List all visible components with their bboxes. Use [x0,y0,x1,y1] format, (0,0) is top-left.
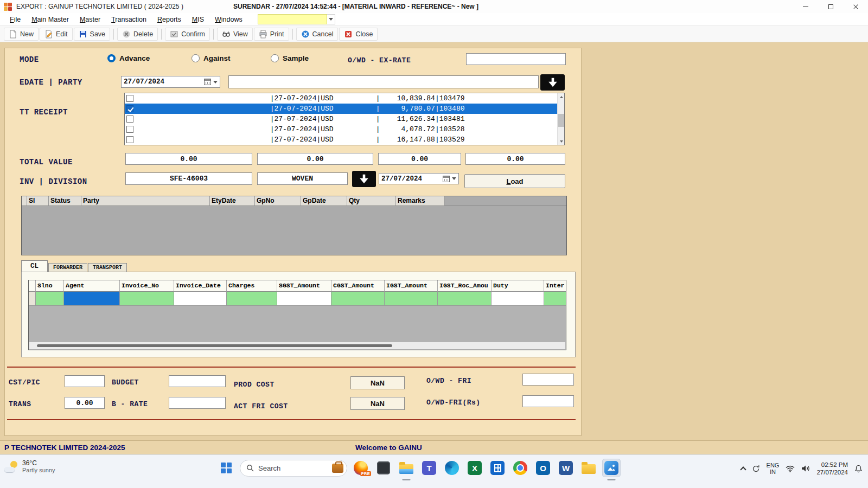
weather-widget[interactable]: 36°C Partly sunny [4,459,55,474]
teams-icon[interactable]: T [420,459,438,477]
tab-cl[interactable]: CL [21,260,48,272]
tt-receipt-row[interactable]: |27-07-2024|USD | 9,780.07|103480 [125,104,557,114]
combo-dropdown-button[interactable] [327,14,335,24]
radio-icon[interactable] [271,54,279,62]
combo-field[interactable] [258,14,327,24]
grid2-cell-invoice_no[interactable] [120,292,174,306]
owd-fri-rs-input[interactable] [522,395,574,407]
edate-input[interactable]: 27/07/2024 [121,76,220,88]
delete-button[interactable]: Delete [117,28,158,41]
firefox-pre-icon[interactable]: PRE [352,459,370,477]
edit-button[interactable]: Edit [40,28,73,41]
scroll-up-icon[interactable] [558,93,565,100]
calendar-icon[interactable] [443,176,450,182]
grid2-cell-igst_roc_amou[interactable] [438,292,492,306]
tt-row-checkbox[interactable] [126,115,133,123]
grid2-cell-slno[interactable] [36,292,64,306]
b-rate-input[interactable] [169,397,226,409]
outlook-icon[interactable]: O [534,459,552,477]
division-fetch-button[interactable] [352,171,376,187]
grid2-cell-inter[interactable] [544,292,566,306]
budget-input[interactable] [169,375,226,387]
charges-grid-hscrollbar[interactable] [29,342,565,349]
scroll-down-icon[interactable] [558,138,565,145]
grid2-cell-cgst_amount[interactable] [331,292,385,306]
total-value-3[interactable]: 0.00 [378,153,461,165]
calendar-icon[interactable] [204,79,211,85]
division-input[interactable]: WOVEN [257,172,348,185]
calculator-icon[interactable] [488,459,507,477]
grid2-cell-sgst_amount[interactable] [277,292,331,306]
mode-radio-sample[interactable]: Sample [271,54,309,62]
trans-input[interactable]: 0.00 [65,397,105,409]
grid2-cell-charges[interactable] [227,292,277,306]
tt-listbox-scrollbar[interactable] [557,93,564,145]
tt-receipt-row[interactable]: |27-07-2024|USD | 11,626.34|103481 [125,114,557,124]
excel-icon[interactable]: X [465,459,484,477]
clock-widget[interactable]: 02:52 PM 27/07/2024 [816,461,848,476]
edge-icon[interactable] [443,459,461,477]
radio-icon[interactable] [192,54,200,62]
dark-app-icon[interactable] [374,459,393,477]
word-icon[interactable]: W [557,459,575,477]
total-value-2[interactable]: 0.00 [257,153,373,165]
tt-row-checkbox[interactable] [126,95,133,102]
tt-receipt-row[interactable]: |27-07-2024|USD | 4,078.72|103528 [125,124,557,134]
maximize-button[interactable] [818,0,843,13]
confirm-button[interactable]: Confirm [165,28,210,41]
print-button[interactable]: Print [254,28,289,41]
tt-row-checkbox[interactable] [126,136,133,143]
wifi-icon[interactable] [786,465,795,472]
sync-icon[interactable] [752,465,760,473]
menu-file[interactable]: File [4,16,26,23]
tt-row-checkbox[interactable] [126,126,133,133]
total-value-4[interactable]: 0.00 [465,153,565,165]
grid2-cell-invoice_date[interactable] [174,292,227,306]
inv-date-input[interactable]: 27/07/2024 [379,173,459,184]
tray-chevron-up-icon[interactable] [740,466,746,472]
new-button[interactable]: New [4,28,39,41]
chrome-icon[interactable] [511,459,529,477]
exrate-input[interactable] [466,53,566,65]
close-button[interactable] [843,0,868,13]
menu-windows[interactable]: Windows [209,16,248,23]
owd-fri-input[interactable] [522,374,574,386]
tt-row-checkbox[interactable] [126,105,133,112]
view-button[interactable]: View [217,28,253,41]
photos-icon[interactable] [602,459,621,477]
grid2-cell-duty[interactable] [492,292,544,306]
language-indicator[interactable]: ENG IN [767,462,780,475]
invoice-no-input[interactable]: SFE-46003 [125,172,252,185]
menu-mis[interactable]: MIS [187,16,209,23]
radio-icon[interactable] [107,54,116,62]
notification-bell-icon[interactable] [854,465,863,473]
volume-icon[interactable] [801,465,810,472]
taskbar-search[interactable]: Search [240,460,347,477]
grid2-cell-agent[interactable] [64,292,120,306]
cancel-button[interactable]: Cancel [296,28,339,41]
folder-icon[interactable] [579,459,598,477]
tt-receipt-row[interactable]: |27-07-2024|USD | 10,839.84|103479 [125,93,557,104]
cst-pic-input[interactable] [65,375,105,387]
scrollbar-thumb[interactable] [558,114,564,127]
menu-transaction[interactable]: Transaction [106,16,152,23]
party-input[interactable] [228,75,539,88]
menu-main-master[interactable]: Main Master [26,16,74,23]
tab-transport[interactable]: TRANSPORT [88,263,127,272]
file-explorer-icon[interactable] [397,459,416,477]
party-fetch-button[interactable] [540,74,565,91]
chevron-down-icon[interactable] [452,177,456,180]
minimize-button[interactable] [793,0,818,13]
menu-reports[interactable]: Reports [152,16,187,23]
grid2-cell-igst_amount[interactable] [385,292,438,306]
start-button[interactable] [217,459,235,477]
chevron-down-icon[interactable] [213,81,218,84]
tt-receipt-row[interactable]: |27-07-2024|USD | 16,147.88|103529 [125,134,557,145]
quick-search-combo[interactable] [258,14,335,24]
total-value-1[interactable]: 0.00 [125,153,252,165]
tab-forwarder[interactable]: FORWARDER [48,263,87,272]
save-button[interactable]: Save [74,28,111,41]
mode-radio-advance[interactable]: Advance [107,54,150,62]
scrollbar-thumb[interactable] [37,344,392,347]
mode-radio-against[interactable]: Against [192,54,231,62]
